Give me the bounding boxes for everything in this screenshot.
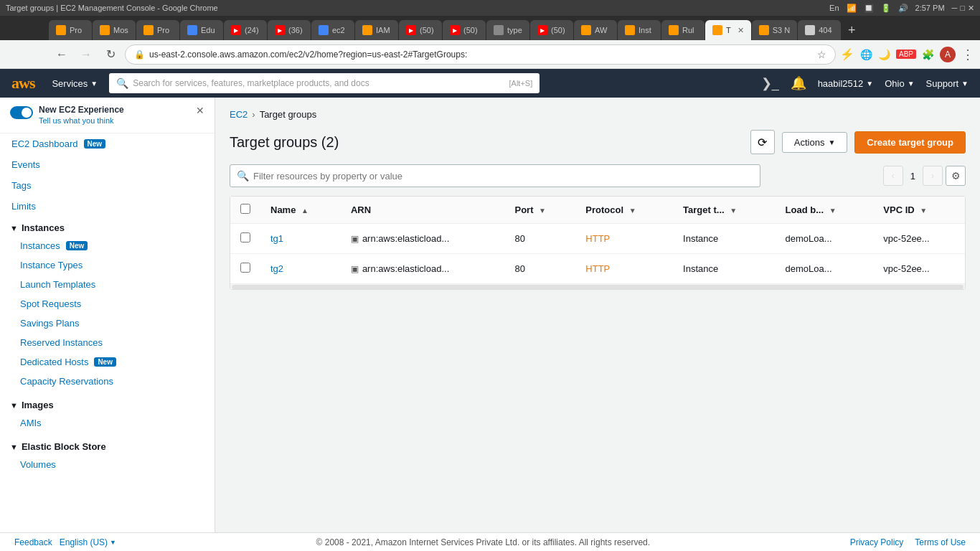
toggle-switch[interactable]: [10, 106, 33, 119]
col-load-balancer[interactable]: Load b... ▼: [776, 197, 874, 224]
sidebar-item-limits[interactable]: Limits: [0, 196, 215, 217]
sidebar-item-label: Events: [11, 159, 40, 170]
sidebar-item-amis[interactable]: AMIs: [0, 413, 215, 433]
arn-copy-icon[interactable]: ▣: [351, 264, 359, 274]
arn-copy-icon[interactable]: ▣: [351, 234, 359, 244]
sidebar-item-spot-requests[interactable]: Spot Requests: [0, 294, 215, 314]
sidebar-item-launch-templates[interactable]: Launch Templates: [0, 275, 215, 294]
tab-edu[interactable]: Edu: [180, 20, 223, 40]
username: haabil2512: [818, 78, 864, 89]
tab-aw[interactable]: AW: [574, 20, 617, 40]
footer-links: Privacy Policy Terms of Use: [850, 537, 966, 547]
row2-checkbox[interactable]: [240, 263, 250, 273]
sidebar-item-tags[interactable]: Tags: [0, 175, 215, 196]
wifi-icon: 📶: [847, 4, 857, 13]
sidebar-item-label: Dedicated Hosts: [20, 357, 88, 367]
search-placeholder: Search for services, features, marketpla…: [133, 78, 504, 88]
tab-404[interactable]: 404: [798, 20, 841, 40]
sidebar-item-label: Instances: [20, 240, 60, 251]
tab-iam[interactable]: IAM: [355, 20, 398, 40]
support-menu[interactable]: Support ▼: [926, 78, 969, 89]
global-search[interactable]: 🔍 Search for services, features, marketp…: [109, 73, 540, 93]
create-target-group-button[interactable]: Create target group: [854, 131, 966, 154]
sidebar-item-dedicated-hosts[interactable]: Dedicated Hosts New: [0, 352, 215, 372]
extension2-icon[interactable]: 🌙: [878, 49, 890, 60]
prev-page-button[interactable]: ‹: [883, 166, 903, 186]
sidebar-item-capacity-reservations[interactable]: Capacity Reservations: [0, 372, 215, 391]
sidebar-item-instance-types[interactable]: Instance Types: [0, 255, 215, 275]
sidebar-item-instances[interactable]: Instances New: [0, 236, 215, 255]
services-button[interactable]: Services ▼: [46, 75, 103, 92]
tab-rul[interactable]: Rul: [661, 20, 705, 40]
adblock-icon[interactable]: ABP: [896, 50, 916, 59]
tab-favicon: [187, 25, 197, 35]
tab-pro2[interactable]: Pro: [136, 20, 179, 40]
filter-input[interactable]: [230, 164, 760, 187]
tab-type[interactable]: type: [486, 20, 529, 40]
feedback-link[interactable]: Feedback: [14, 537, 52, 547]
bookmark-icon[interactable]: ☆: [817, 49, 826, 60]
row1-checkbox[interactable]: [240, 232, 250, 242]
tab-close-icon[interactable]: ✕: [738, 26, 744, 35]
url-bar: ← → ↻ 🔒 us-east-2.console.aws.amazon.com…: [0, 40, 980, 69]
actions-button[interactable]: Actions ▼: [782, 132, 848, 153]
table-scrollbar[interactable]: [230, 283, 965, 289]
user-menu[interactable]: haabil2512 ▼: [818, 78, 874, 89]
region-menu[interactable]: Ohio ▼: [885, 78, 914, 89]
col-name[interactable]: Name ▲: [260, 197, 341, 224]
row1-name-link[interactable]: tg1: [270, 233, 283, 244]
banner-link[interactable]: Tell us what you think: [39, 116, 114, 125]
col-target-type[interactable]: Target t... ▼: [673, 197, 775, 224]
tab-s3[interactable]: S3 N: [752, 20, 797, 40]
tab-yt50c[interactable]: ▶ (50): [530, 20, 573, 40]
sidebar-section-ebs[interactable]: ▼ Elastic Block Store: [0, 435, 215, 455]
tab-add-button[interactable]: +: [842, 20, 862, 40]
content-area: EC2 › Target groups Target groups (2) ⟳ …: [215, 98, 980, 532]
tab-bar: Pro Mos Pro Edu ▶ (24) ▶ (36) ec2 IAM ▶ …: [0, 16, 980, 40]
tab-yt50a[interactable]: ▶ (50): [399, 20, 442, 40]
sidebar-item-events[interactable]: Events: [0, 154, 215, 175]
back-button[interactable]: ←: [52, 44, 72, 65]
breadcrumb-ec2[interactable]: EC2: [230, 109, 248, 120]
tab-mos[interactable]: Mos: [93, 20, 136, 40]
tab-yt24[interactable]: ▶ (24): [224, 20, 267, 40]
sidebar-section-instances[interactable]: ▼ Instances: [0, 217, 215, 236]
sidebar-item-reserved-instances[interactable]: Reserved Instances: [0, 333, 215, 352]
tab-inst[interactable]: Inst: [618, 20, 661, 40]
tab-yt36[interactable]: ▶ (36): [268, 20, 311, 40]
forward-button[interactable]: →: [76, 44, 96, 65]
sidebar-item-volumes[interactable]: Volumes: [0, 455, 215, 474]
url-input[interactable]: 🔒 us-east-2.console.aws.amazon.com/ec2/v…: [125, 44, 836, 65]
next-page-button[interactable]: ›: [923, 166, 943, 186]
row2-name-link[interactable]: tg2: [270, 263, 283, 274]
sidebar-section-images[interactable]: ▼ Images: [0, 394, 215, 413]
tab-yt50b[interactable]: ▶ (50): [443, 20, 486, 40]
new-ec2-banner: New EC2 Experience Tell us what you thin…: [0, 98, 215, 133]
terminal-icon[interactable]: ❯_: [761, 75, 779, 91]
reload-button[interactable]: ↻: [100, 44, 121, 65]
col-vpc-id[interactable]: VPC ID ▼: [873, 197, 965, 224]
select-all-checkbox[interactable]: [240, 204, 250, 214]
tab-pro1[interactable]: Pro: [49, 20, 92, 40]
col-arn[interactable]: ARN: [341, 197, 505, 224]
tab-ec2[interactable]: ec2: [311, 20, 354, 40]
breadcrumb-current: Target groups: [260, 109, 317, 120]
bell-icon[interactable]: 🔔: [791, 75, 806, 91]
table-settings-button[interactable]: ⚙: [946, 166, 966, 186]
terms-of-use-link[interactable]: Terms of Use: [915, 537, 966, 547]
col-port[interactable]: Port ▼: [504, 197, 575, 224]
extension1-icon[interactable]: 🌐: [860, 49, 872, 60]
privacy-policy-link[interactable]: Privacy Policy: [850, 537, 904, 547]
sidebar-item-savings-plans[interactable]: Savings Plans: [0, 314, 215, 333]
refresh-button[interactable]: ⟳: [750, 130, 775, 154]
window-controls[interactable]: ─ □ ✕: [952, 4, 974, 13]
profile-icon[interactable]: A: [940, 47, 956, 62]
more-icon[interactable]: ⋮: [961, 47, 974, 62]
sync-icon[interactable]: ⚡: [840, 47, 854, 61]
banner-close-icon[interactable]: ✕: [196, 105, 204, 116]
footer-language[interactable]: English (US) ▼: [60, 537, 116, 547]
sidebar-item-ec2-dashboard[interactable]: EC2 Dashboard New: [0, 133, 215, 154]
tab-target-groups[interactable]: T ✕: [705, 20, 751, 40]
col-protocol[interactable]: Protocol ▼: [575, 197, 673, 224]
puzzle-icon[interactable]: 🧩: [922, 49, 934, 60]
